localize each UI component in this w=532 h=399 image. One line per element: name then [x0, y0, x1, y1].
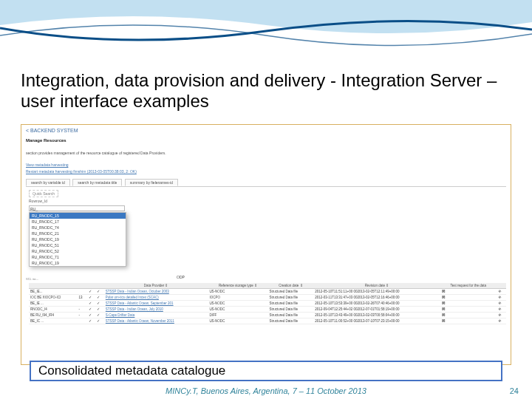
dropdown-option[interactable]: RU_RNODC_74: [30, 225, 126, 231]
table-cell: IOCPO: [208, 295, 267, 301]
delete-icon[interactable]: ☒: [440, 295, 497, 301]
table-cell: -: [78, 313, 87, 318]
resource-link[interactable]: STSSP Data - Atlantic Ocean, September 2…: [106, 301, 174, 305]
table-cell: 2012-05-10T13:53:39+00 002013-02-26T07:4…: [313, 301, 440, 307]
section-header: Manage Resources: [26, 138, 66, 143]
truncated-left-label: SCL inc...: [26, 277, 38, 281]
dropdown-option[interactable]: RU_RNODC_19: [30, 236, 126, 242]
table-cell: 2012-05-10T11:00:52+00 002013-07-10T07:2…: [313, 318, 440, 324]
callout-box: Consolidated metadata catalogue: [30, 361, 502, 381]
table-cell: Structured Data file: [268, 307, 314, 313]
table-header[interactable]: [78, 283, 87, 289]
delete-icon[interactable]: ☒: [440, 307, 497, 313]
row-id-cell: BE RU_I94_IR4: [29, 313, 78, 318]
delete-icon[interactable]: ☒: [440, 301, 497, 307]
table-cell: Structured Data file: [268, 301, 314, 307]
table-cell: Structured Data file: [268, 295, 314, 301]
dropdown-option[interactable]: RU_RNODC_52: [30, 248, 126, 254]
resource-link[interactable]: STSSP Data - Indian Ocean, October 2003: [106, 290, 169, 293]
footer-text: MINCy.T, Buenos Aires, Argentina, 7 – 11…: [0, 386, 532, 395]
table-cell: Structured Data file: [268, 313, 314, 318]
row-id-cell: BE_IE ...: [29, 301, 78, 307]
table-row: BE_IC ...✓✓STSSP Data - Atlantic Ocean, …: [29, 318, 506, 324]
table-cell: [78, 318, 87, 324]
table-row: BE_IE ...✓✓STSSP Data - Atlantic Ocean, …: [29, 301, 506, 307]
autocomplete-dropdown[interactable]: RU_RNODC_15RU_RNODC_17RU_RNODC_74RU_RNOD…: [29, 212, 126, 267]
resource-link[interactable]: Polar om-tics detailed Incex (SCAC): [106, 296, 159, 299]
view-icon[interactable]: 👁: [497, 318, 506, 324]
dropdown-option[interactable]: RU_RNODC_15: [30, 213, 126, 219]
screenshot-panel: < BACKEND SYSTEM Manage Resources sectio…: [21, 124, 511, 365]
table-row: RNODC_I4-✓✓STSSP Data - Indian Ocean, Ju…: [29, 307, 506, 313]
table-cell: DIFF: [208, 313, 267, 318]
table-header[interactable]: Test request for the data: [440, 283, 497, 289]
table-cell: 13: [78, 295, 87, 301]
table-header[interactable]: [95, 283, 104, 289]
resource-link[interactable]: S-Cape Drifter Data: [106, 313, 135, 317]
quick-search-label: Quick Search: [29, 190, 58, 197]
table-row: BE_IE...✓✓STSSP Data - Indian Ocean, Oct…: [29, 289, 506, 295]
row-id-label: Rowrow_Id: [29, 199, 47, 203]
results-table: Data Provider ⇕Reference storage type ⇕C…: [29, 283, 506, 324]
delete-icon[interactable]: ☒: [440, 289, 497, 295]
dropdown-option[interactable]: RU_RNODC_19: [30, 260, 126, 266]
view-icon[interactable]: 👁: [497, 295, 506, 301]
table-cell: 2012-03-11T13:31:47+03 002013-02-05T12:1…: [313, 295, 440, 301]
resource-link[interactable]: STSSP Data - Indian Ocean, July 2010: [106, 307, 163, 311]
table-header[interactable]: Revision date ⇕: [313, 283, 440, 289]
dropdown-option[interactable]: RU_RNODC_71: [30, 254, 126, 260]
decorative-wave: [0, 0, 532, 59]
table-cell: Structured Data file: [268, 318, 314, 324]
restart-harvest-link[interactable]: Restart metadata harvesting fimshim (201…: [26, 169, 137, 174]
table-header[interactable]: Reference storage type ⇕: [208, 283, 267, 289]
check-icon: ✓: [87, 313, 96, 318]
tab-metadata-title[interactable]: search by metadata title: [72, 179, 122, 186]
view-icon[interactable]: 👁: [497, 313, 506, 318]
view-icon[interactable]: 👁: [497, 307, 506, 313]
table-cell: Structured Data file: [268, 289, 314, 295]
dropdown-option[interactable]: RU_RNODC_17: [30, 219, 126, 225]
check-icon: ✓: [95, 307, 104, 313]
table-cell: [78, 301, 87, 307]
page-number: 24: [510, 386, 519, 395]
check-icon: ✓: [87, 318, 96, 324]
view-harvest-link[interactable]: View metadata harvesting: [26, 163, 68, 167]
dropdown-option[interactable]: RU_RNODC_51: [30, 242, 126, 248]
check-icon: ✓: [87, 295, 96, 301]
resource-link[interactable]: STSSP Data - Atlantic Ocean, November 20…: [106, 319, 174, 323]
table-cell: -: [78, 307, 87, 313]
tab-bar: search by variable id search by metadata…: [26, 180, 506, 187]
table-cell: 2012-05-10T11:51:11+00 002013-02-05T12:1…: [313, 289, 440, 295]
table-cell: US-NODC: [208, 307, 267, 313]
back-link[interactable]: < BACKEND SYSTEM: [26, 128, 78, 133]
table-cell: US-NODC: [208, 289, 267, 295]
table-header[interactable]: Creation date ⇕: [268, 283, 314, 289]
row-id-cell: BE_IC ...: [29, 318, 78, 324]
table-cell: 2012-09-04T12:25:44+02 002012-07-01T01:5…: [313, 307, 440, 313]
delete-icon[interactable]: ☒: [440, 318, 497, 324]
table-row: BE RU_I94_IR4-✓✓S-Cape Drifter DataDIFFS…: [29, 313, 506, 318]
table-header[interactable]: [87, 283, 96, 289]
view-icon[interactable]: 👁: [497, 301, 506, 307]
check-icon: ✓: [95, 318, 104, 324]
table-cell: [78, 289, 87, 295]
check-icon: ✓: [95, 295, 104, 301]
search-input[interactable]: RU_: [29, 205, 125, 211]
odp-label: ODP: [177, 275, 185, 279]
table-cell: 2012-05-10T13:43:49+00 002013-02-03T00:5…: [313, 313, 440, 318]
table-cell: US-NODC: [208, 318, 267, 324]
tab-summary[interactable]: summary by fielenames-id: [125, 179, 178, 186]
table-header[interactable]: Data Provider ⇕: [104, 283, 208, 289]
table-header[interactable]: [29, 283, 78, 289]
table-cell: US-NODC: [208, 301, 267, 307]
delete-icon[interactable]: ☒: [440, 313, 497, 318]
row-id-cell: BE_IE...: [29, 289, 78, 295]
tab-variable-id[interactable]: search by variable id: [26, 179, 70, 186]
row-id-cell: RNODC_I4: [29, 307, 78, 313]
check-icon: ✓: [95, 289, 104, 295]
check-icon: ✓: [87, 289, 96, 295]
view-icon[interactable]: 👁: [497, 289, 506, 295]
table-header[interactable]: [497, 283, 506, 289]
check-icon: ✓: [95, 301, 104, 307]
dropdown-option[interactable]: RU_RNODC_21: [30, 231, 126, 236]
